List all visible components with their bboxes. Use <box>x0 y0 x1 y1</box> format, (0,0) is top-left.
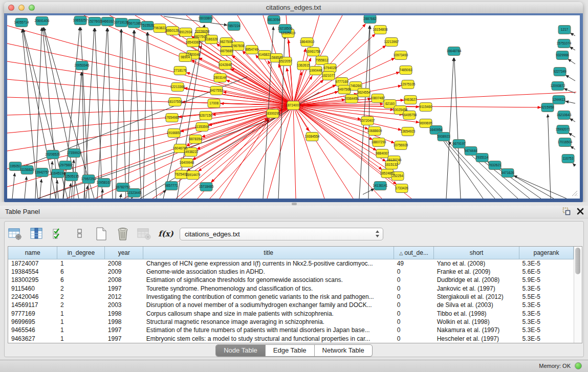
column-header-year[interactable]: year <box>105 247 143 259</box>
table-select-dropdown[interactable]: citations_edges.txt <box>180 228 383 240</box>
show-columns-icon[interactable] <box>29 227 45 241</box>
graph-edge <box>128 30 134 199</box>
delete-attributes-icon[interactable] <box>115 227 130 241</box>
graph-node-label: 18300295 <box>266 112 280 115</box>
graph-node-label: 18640910 <box>300 40 315 43</box>
graph-edge <box>143 32 147 199</box>
tab-node-table[interactable]: Node Table <box>216 345 265 356</box>
graph-edge <box>570 33 575 36</box>
graph-edge <box>293 92 576 105</box>
tab-edge-table[interactable]: Edge Table <box>265 345 314 356</box>
node-table-grid[interactable]: namein_degreeyeartitle△out_de...shortpag… <box>8 247 574 343</box>
graph-node-label: 16210643 <box>557 113 572 117</box>
graph-node-label: 9463627 <box>404 98 417 101</box>
graph-node-label: 6522057 <box>279 59 292 63</box>
table-row[interactable]: 946554611997Estimation of the future num… <box>8 326 574 334</box>
graph-node-label: 8267150 <box>199 114 212 117</box>
table-row[interactable]: 911546021997Tourette syndrome. Phenomeno… <box>8 285 574 293</box>
graph-node-label: 1621077 <box>322 74 335 77</box>
table-row[interactable]: 1872400712008Changes of HCN gene express… <box>8 259 574 268</box>
graph-edge <box>160 190 166 195</box>
graph-node-label: 2803144 <box>213 76 227 79</box>
table-row[interactable]: 969969511998Structural magnetic resonanc… <box>8 318 574 326</box>
table-scrollbar-thumb[interactable] <box>575 248 580 274</box>
dropdown-arrows-icon <box>375 230 380 238</box>
graph-edge <box>514 176 567 199</box>
graph-edge <box>293 105 411 199</box>
graph-node-label: 9857771 <box>165 184 178 187</box>
column-header-pagerank[interactable]: pagerank <box>519 247 574 259</box>
graph-node-label: 7485063 <box>399 68 412 72</box>
graph-node-label: 1217 <box>561 28 569 31</box>
table-select-value: citations_edges.txt <box>185 230 240 238</box>
graph-node-label: 9884067 <box>376 151 389 155</box>
graph-node-label: 9474444 <box>464 149 477 152</box>
table-row[interactable]: 1938455462009Genome-wide association stu… <box>8 268 574 276</box>
graph-edge <box>440 135 495 199</box>
graph-node-label: 17957253 <box>81 177 96 181</box>
row-height-icon[interactable] <box>72 227 88 241</box>
graph-node-label: 9242848 <box>219 63 232 67</box>
graph-node-label: 16033809 <box>199 16 213 20</box>
table-scrollbar[interactable] <box>574 247 582 343</box>
tab-network-table[interactable]: Network Table <box>314 345 372 356</box>
graph-node-label: 8215958 <box>541 105 554 109</box>
graph-node-label: 10025458 <box>393 108 408 112</box>
network-window-title: citations_edges.txt <box>4 4 583 11</box>
graph-node-label: 1244413 <box>552 98 565 101</box>
graph-node-label: 12323445 <box>127 191 142 194</box>
graph-node-label: 19384554 <box>305 135 320 138</box>
select-columns-icon[interactable] <box>51 227 66 241</box>
column-header-in_degree[interactable]: in_degree <box>57 247 105 259</box>
graph-node-label: 7963822 <box>153 26 166 30</box>
table-row[interactable]: 946362711997Embryonic stem cells: a mode… <box>8 335 574 343</box>
graph-node-label: 12975105 <box>401 82 416 86</box>
graph-node-label: 7955812 <box>315 58 329 62</box>
table-settings-icon[interactable] <box>8 227 23 241</box>
graph-edge <box>565 75 575 81</box>
close-panel-icon[interactable] <box>577 208 584 215</box>
canvas-resize-grip[interactable] <box>571 189 578 196</box>
table-row[interactable]: 1456911722003Disruption of a novel membe… <box>8 301 574 309</box>
network-window-titlebar[interactable]: citations_edges.txt <box>4 2 583 14</box>
graph-node-label: 13942757 <box>35 170 50 174</box>
graph-node-label: 9227349 <box>553 70 567 73</box>
graph-node-label: 1615132 <box>385 163 398 166</box>
float-panel-icon[interactable] <box>562 207 571 215</box>
graph-node-label: 12093872 <box>551 84 565 87</box>
graph-edge <box>84 28 94 199</box>
column-header-title[interactable]: title <box>143 247 394 259</box>
create-table-icon[interactable] <box>94 227 109 241</box>
graph-edge <box>570 119 575 122</box>
column-header-name[interactable]: name <box>8 247 57 259</box>
panel-splitter[interactable] <box>0 202 588 206</box>
network-window-frame: 1872400718300295193845547963822886012889… <box>4 13 583 202</box>
graph-edge <box>293 105 353 199</box>
graph-node-label: 9699695 <box>419 121 432 125</box>
table-row[interactable]: 977716911998Corpus callosum shape and si… <box>8 310 574 318</box>
network-canvas[interactable]: 1872400718300295193845547963822886012889… <box>7 15 580 199</box>
table-row[interactable]: 2242004622012Investigating the contribut… <box>8 293 574 301</box>
function-builder-icon[interactable]: f(x) <box>158 227 173 241</box>
graph-node-label: 9146821 <box>258 53 271 56</box>
table-row[interactable]: 1830029562008Estimation of significance … <box>8 276 574 284</box>
graph-edge <box>135 30 141 199</box>
graph-node-label: 16914479 <box>186 173 201 177</box>
graph-node-label: 5938923 <box>437 135 450 138</box>
graph-node-label: 19218506 <box>278 27 293 30</box>
graph-node-label: 17016504 <box>558 140 573 144</box>
graph-node-label: 11353594 <box>195 125 210 128</box>
graph-node-label: 10958167 <box>97 181 112 184</box>
graph-node-label: 14055714 <box>14 20 29 24</box>
column-header-out_de[interactable]: △out_de... <box>394 247 434 259</box>
graph-node-label: 3624554 <box>357 91 371 94</box>
graph-node-label: 18724007 <box>286 103 301 107</box>
graph-node-label: 10756928 <box>394 143 408 147</box>
graph-node-label: 8466162 <box>101 19 114 23</box>
graph-node-label: 62160 <box>385 102 395 105</box>
column-header-short[interactable]: short <box>434 247 519 259</box>
splitter-handle-icon[interactable] <box>292 203 297 205</box>
graph-node-label: 1990448 <box>309 69 322 72</box>
graph-node-label: 7515526 <box>141 24 154 27</box>
graph-edge <box>548 114 551 199</box>
